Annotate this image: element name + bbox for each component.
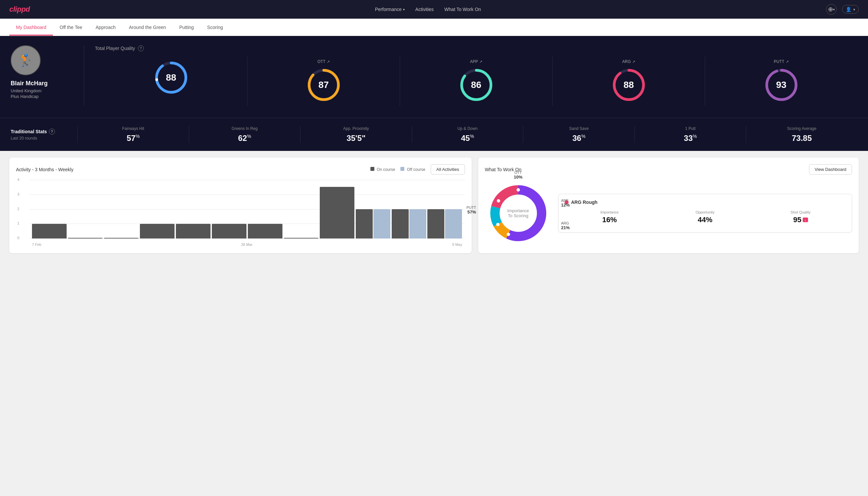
info-icon[interactable]: ? — [49, 128, 55, 135]
bar-group — [176, 224, 210, 238]
traditional-stats-section: Traditional Stats ? Last 20 rounds Fairw… — [0, 118, 868, 151]
tab-putting[interactable]: Putting — [173, 19, 201, 36]
player-country: United Kingdom — [11, 88, 42, 93]
bar — [356, 209, 373, 238]
score-arg: ARG ↗ 88 — [553, 57, 705, 106]
avatar: 🏌️ — [11, 45, 41, 75]
nav-links: Performance ▾ Activities What To Work On — [375, 7, 481, 12]
stats-label-area: Traditional Stats ? Last 20 rounds — [11, 128, 77, 141]
svg-point-20 — [517, 188, 520, 191]
tab-around-the-green[interactable]: Around the Green — [122, 19, 173, 36]
stat-1-putt-value: 33% — [640, 134, 741, 143]
what-to-work-on-panel: What To Work On View Dashboard — [478, 158, 859, 253]
gauge-ott: 87 — [305, 67, 342, 103]
stat-sand-save: Sand Save 36% — [523, 126, 634, 143]
bar — [409, 209, 426, 238]
bar-group — [212, 224, 247, 238]
score-cards: 88 OTT ↗ 87 — [95, 57, 857, 106]
stat-scoring-average: Scoring Average 73.85 — [746, 126, 857, 143]
info-card-metrics: Importance 16% Opportunity 44% Shot Qual… — [565, 210, 846, 224]
info-icon[interactable]: ? — [138, 45, 144, 51]
stat-up-down-value: 45% — [417, 134, 518, 143]
bar-group — [392, 209, 426, 238]
bar — [373, 209, 390, 238]
bar — [284, 238, 318, 238]
score-ott: OTT ↗ 87 — [248, 57, 400, 106]
nav-activities[interactable]: Activities — [415, 7, 434, 12]
putt-label: PUTT 57% — [467, 205, 476, 215]
bar-group — [427, 209, 462, 238]
player-info: 🏌️ Blair McHarg United Kingdom Plus Hand… — [11, 45, 84, 99]
bar-group — [104, 238, 139, 238]
wtwo-header: What To Work On View Dashboard — [485, 164, 852, 174]
tab-approach[interactable]: Approach — [89, 19, 122, 36]
x-axis-labels: 7 Feb 28 Mar 9 May — [29, 243, 465, 247]
plus-icon: ⊕ — [828, 6, 833, 13]
scores-header: Total Player Quality ? — [95, 45, 857, 51]
score-arg-label: ARG ↗ — [622, 59, 635, 64]
user-icon: 👤 — [846, 7, 851, 12]
top-navigation: clippd Performance ▾ Activities What To … — [0, 0, 868, 19]
gauge-app: 86 — [458, 67, 495, 103]
bars-container — [29, 180, 465, 238]
metric-opportunity-value: 44% — [660, 216, 750, 224]
chart-legend: On course Off course — [370, 167, 425, 172]
bar — [140, 224, 175, 238]
score-total: 88 — [95, 57, 248, 106]
score-total-value: 88 — [166, 72, 176, 83]
nav-right: ⊕ ▾ 👤 ▾ — [826, 4, 859, 15]
stat-fairways-value: 57% — [83, 134, 184, 143]
tab-my-dashboard[interactable]: My Dashboard — [9, 19, 53, 36]
trend-up-icon: ↗ — [786, 60, 789, 64]
gauge-putt: 93 — [763, 67, 800, 103]
bar — [248, 224, 282, 238]
bar — [427, 209, 444, 238]
all-activities-button[interactable]: All Activities — [431, 164, 465, 174]
metric-importance-value: 16% — [565, 216, 655, 224]
arg-rough-info-card: ARG Rough Importance 16% Opportunity 44%… — [558, 194, 852, 233]
bar — [445, 209, 462, 238]
off-course-dot — [400, 167, 404, 171]
bar-group — [140, 224, 175, 238]
stat-fairways-hit: Fairways Hit 57% — [77, 126, 189, 143]
add-button[interactable]: ⊕ ▾ — [826, 4, 837, 15]
view-dashboard-button[interactable]: View Dashboard — [809, 164, 852, 174]
x-label-feb: 7 Feb — [32, 243, 41, 247]
gauge-arg: 88 — [611, 67, 647, 103]
score-ott-value: 87 — [318, 80, 329, 90]
score-app-value: 86 — [471, 80, 481, 90]
donut-chart: Importance To Scoring PUTT 57% OTT 10% A… — [485, 180, 552, 247]
nav-performance[interactable]: Performance ▾ — [375, 7, 405, 12]
stat-sand-save-value: 36% — [528, 134, 629, 143]
tab-scoring[interactable]: Scoring — [201, 19, 230, 36]
score-putt-value: 93 — [776, 80, 786, 90]
hero-section: 🏌️ Blair McHarg United Kingdom Plus Hand… — [0, 36, 868, 118]
legend-off-course: Off course — [400, 167, 425, 172]
stat-1-putt: 1 Putt 33% — [634, 126, 746, 143]
ott-label: OTT 10% — [514, 171, 522, 180]
donut-area: Importance To Scoring PUTT 57% OTT 10% A… — [485, 180, 852, 247]
scores-area: Total Player Quality ? 88 — [84, 45, 857, 106]
user-menu-button[interactable]: 👤 ▾ — [842, 5, 859, 14]
bar-group — [248, 224, 282, 238]
stat-app-prox-value: 35'5" — [306, 134, 406, 143]
bar-group — [32, 224, 67, 238]
bar — [68, 238, 102, 238]
on-course-dot — [370, 167, 374, 171]
score-putt-label: PUTT ↗ — [774, 59, 788, 64]
trend-up-icon: ↗ — [632, 60, 635, 64]
nav-what-to-work-on[interactable]: What To Work On — [444, 7, 481, 12]
bar — [212, 224, 247, 238]
player-handicap: Plus Handicap — [11, 94, 38, 99]
arg-label: ARG 21% — [561, 221, 570, 230]
chevron-down-icon: ▾ — [853, 7, 855, 11]
stat-up-and-down: Up & Down 45% — [412, 126, 523, 143]
chevron-down-icon: ▾ — [833, 7, 835, 11]
player-name: Blair McHarg — [11, 80, 48, 87]
metric-shot-quality: Shot Quality 95 ↓ — [755, 210, 846, 224]
app-label: APP 12% — [561, 199, 570, 207]
logo[interactable]: clippd — [9, 5, 30, 14]
stat-greens-in-reg: Greens In Reg 62% — [189, 126, 300, 143]
tab-off-the-tee[interactable]: Off the Tee — [53, 19, 89, 36]
trend-up-icon: ↗ — [327, 60, 330, 64]
